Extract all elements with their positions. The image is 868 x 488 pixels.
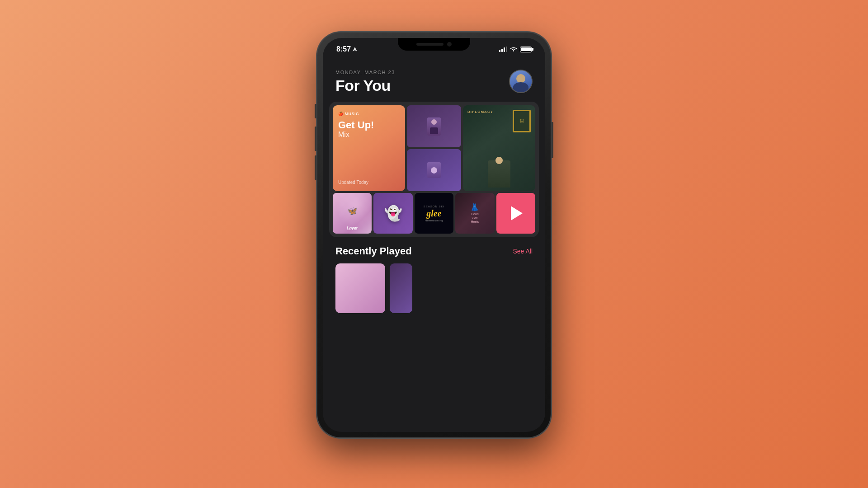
page-header: MONDAY, MARCH 23 For You [323,61,545,102]
avatar-head [516,74,525,83]
middle-albums-col [407,105,461,191]
album-art-2[interactable] [407,149,461,191]
music-label: 🍎 MUSIC [338,112,400,116]
get-up-mix-card[interactable]: 🍎 MUSIC Get Up! Mix Updated Today [333,105,405,191]
status-icons [499,47,532,52]
avatar-image [510,70,532,92]
date-label: MONDAY, MARCH 23 [335,70,533,75]
recently-played-title: Recently Played [335,245,412,257]
recently-played-row [323,257,545,313]
signal-icon [499,47,507,52]
lower-grid: Lover 🦋 👻 SEASON SIX glee Homecom [333,193,535,234]
diplomacy-album[interactable]: 🖼 DIPLOMACY [463,105,535,191]
recent-item-2[interactable] [390,263,412,313]
speaker-grille [416,43,443,46]
apple-icon: 🍎 [338,112,344,116]
phone-shell: 8:57 [316,32,552,438]
mute-button [315,104,316,118]
phone-screen: 8:57 [323,38,545,432]
mix-subtitle: Mix [338,131,400,139]
recently-played-section: Recently Played See All [323,237,545,257]
play-triangle-icon [511,206,523,221]
svg-point-1 [513,50,514,51]
ghost-album[interactable]: 👻 [373,193,412,234]
lover-album[interactable]: Lover 🦋 [333,193,372,234]
album-art-1[interactable] [407,105,461,147]
main-content-card: 🍎 MUSIC Get Up! Mix Updated Today [329,102,539,237]
user-avatar[interactable] [509,70,533,93]
avatar-body [513,82,528,92]
location-arrow-icon [353,47,357,52]
time-display: 8:57 [336,45,351,53]
notch [398,38,470,51]
upper-grid: 🍎 MUSIC Get Up! Mix Updated Today [333,105,535,191]
content-area: MONDAY, MARCH 23 For You [323,61,545,432]
recent-item-1[interactable] [335,263,385,313]
power-button [552,122,553,158]
see-all-button[interactable]: See All [513,248,533,255]
battery-icon [520,47,532,52]
volume-down-button [315,155,316,180]
music-text: MUSIC [345,112,359,116]
volume-up-button [315,127,316,151]
battery-fill [521,47,531,51]
glee-album[interactable]: SEASON SIX glee Homecoming [415,193,453,234]
phone-mockup: 8:57 [316,32,552,438]
svg-marker-0 [353,47,357,52]
play-button[interactable] [496,193,535,234]
status-time: 8:57 [336,45,357,53]
head-over-heels-album[interactable]: 👗 Head over Heels [455,193,494,234]
wifi-icon [510,47,517,52]
glee-title: glee [426,208,441,219]
mix-title: Get Up! [338,120,400,131]
updated-text: Updated Today [338,180,400,185]
diplomacy-title-text: DIPLOMACY [467,110,493,114]
front-camera [447,42,452,47]
page-title: For You [335,77,533,94]
